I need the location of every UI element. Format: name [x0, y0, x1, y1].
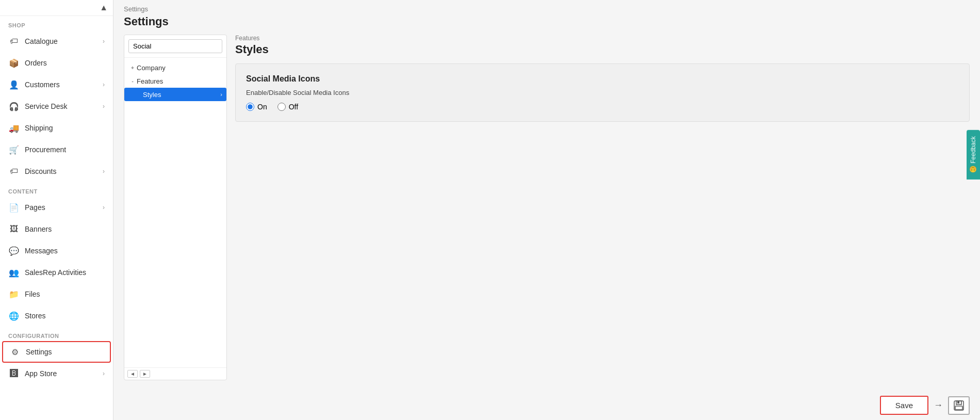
shop-section-label: SHOP [0, 16, 113, 30]
salesrep-icon: 👥 [8, 267, 20, 278]
sidebar-item-label: Shipping [25, 124, 53, 132]
chevron-icon: › [103, 168, 105, 175]
sidebar-item-label: Banners [25, 225, 52, 233]
tree-hscroll: ◄ ► [124, 368, 226, 380]
feedback-emoji-icon: 😊 [970, 166, 977, 173]
tree-toggle-features[interactable]: - [128, 77, 137, 85]
save-icon-button[interactable] [948, 396, 970, 415]
tree-item-label-company: Company [137, 64, 222, 72]
chevron-icon: › [103, 38, 105, 45]
sidebar-item-label: Customers [25, 80, 60, 89]
radio-on-label[interactable]: On [246, 103, 267, 111]
radio-off-text: Off [289, 103, 298, 111]
tree-scroll-right[interactable]: ► [140, 370, 150, 378]
procurement-icon: 🛒 [8, 144, 20, 155]
social-media-icons-card: Social Media Icons Enable/Disable Social… [235, 63, 970, 122]
content-section-label: CONTENT [0, 182, 113, 197]
configuration-section-label: CONFIGURATION [0, 327, 113, 341]
tree-item-styles[interactable]: Styles › [124, 88, 226, 101]
card-subtitle: Enable/Disable Social Media Icons [246, 89, 959, 96]
right-panel: Features Styles Social Media Icons Enabl… [235, 35, 970, 380]
arrow-right-icon: → [934, 400, 943, 411]
banners-icon: 🖼 [8, 223, 20, 235]
sidebar-item-label: Orders [25, 59, 47, 67]
feedback-tab[interactable]: 😊 Feedback [967, 130, 980, 180]
collapse-arrow-icon[interactable]: ▲ [100, 3, 108, 12]
app-store-icon: 🅱 [8, 368, 20, 379]
section-label: Features [235, 35, 970, 42]
tree-item-label-styles: Styles [143, 91, 220, 99]
radio-on-input[interactable] [246, 103, 254, 111]
footer-bar: Save → [113, 391, 980, 420]
sidebar-item-messages[interactable]: 💬 Messages [0, 240, 113, 262]
discounts-icon: 🏷 [8, 166, 20, 177]
pages-icon: 📄 [8, 202, 20, 213]
svg-rect-3 [957, 401, 959, 403]
save-button[interactable]: Save [880, 396, 928, 415]
sidebar-item-label: Discounts [25, 167, 56, 175]
tree-scroll-left[interactable]: ◄ [127, 370, 138, 378]
sidebar-item-stores[interactable]: 🌐 Stores [0, 305, 113, 327]
sidebar-item-salesrep[interactable]: 👥 SalesRep Activities [0, 262, 113, 283]
sidebar-item-customers[interactable]: 👤 Customers › [0, 74, 113, 95]
sidebar-item-app-store[interactable]: 🅱 App Store › [0, 363, 113, 384]
tree-body: + Company - Features Styles › [124, 58, 226, 367]
breadcrumb: Settings [113, 0, 980, 13]
tree-search-area: Social [124, 35, 226, 58]
files-icon: 📁 [8, 288, 20, 300]
sidebar-item-service-desk[interactable]: 🎧 Service Desk › [0, 95, 113, 117]
chevron-icon: › [103, 81, 105, 88]
sidebar-item-label: Files [25, 290, 40, 298]
catalogue-icon: 🏷 [8, 36, 20, 47]
tree-toggle-styles [135, 90, 143, 99]
tree-item-expand-icon: › [220, 91, 222, 98]
sidebar-collapse-btn[interactable]: ▲ [0, 0, 113, 16]
chevron-icon: › [103, 103, 105, 110]
radio-on-text: On [257, 103, 267, 111]
sidebar-item-label: Stores [25, 312, 45, 320]
chevron-icon: › [103, 370, 105, 377]
sidebar-item-catalogue[interactable]: 🏷 Catalogue › [0, 30, 113, 52]
sidebar-item-shipping[interactable]: 🚚 Shipping [0, 117, 113, 139]
breadcrumb-parent-link[interactable]: Settings [124, 5, 148, 13]
sidebar-item-procurement[interactable]: 🛒 Procurement [0, 139, 113, 160]
sidebar-item-pages[interactable]: 📄 Pages › [0, 197, 113, 218]
floppy-disk-icon [953, 400, 965, 411]
service-desk-icon: 🎧 [8, 101, 20, 112]
sidebar-item-label: App Store [25, 369, 57, 378]
tree-toggle-company[interactable]: + [128, 63, 137, 72]
sidebar-item-label: Service Desk [25, 102, 67, 110]
sidebar-item-label: Pages [25, 203, 45, 212]
messages-icon: 💬 [8, 245, 20, 256]
card-title: Social Media Icons [246, 74, 959, 84]
orders-icon: 📦 [8, 57, 20, 69]
shipping-icon: 🚚 [8, 122, 20, 134]
sidebar-item-label: Procurement [25, 146, 66, 154]
radio-group: On Off [246, 103, 959, 111]
sidebar-item-label: SalesRep Activities [25, 268, 86, 277]
sidebar-item-discounts[interactable]: 🏷 Discounts › [0, 160, 113, 182]
stores-icon: 🌐 [8, 310, 20, 321]
feedback-label: Feedback [970, 136, 977, 164]
customers-icon: 👤 [8, 79, 20, 90]
radio-off-label[interactable]: Off [277, 103, 298, 111]
radio-off-input[interactable] [277, 103, 286, 111]
sidebar-item-label: Catalogue [25, 37, 58, 45]
tree-search-input[interactable]: Social [128, 39, 222, 53]
tree-item-company[interactable]: + Company [124, 61, 226, 74]
sidebar-item-settings[interactable]: ⚙ Settings [2, 341, 111, 363]
tree-panel: Social + Company - Features Styles › [124, 35, 227, 380]
content-wrapper: Social + Company - Features Styles › [113, 35, 980, 391]
chevron-icon: › [103, 204, 105, 211]
sidebar: ▲ SHOP 🏷 Catalogue › 📦 Orders 👤 Customer… [0, 0, 113, 420]
main-content: Settings Settings Social + Company - Fea… [113, 0, 980, 420]
sidebar-item-orders[interactable]: 📦 Orders [0, 52, 113, 74]
tree-item-features[interactable]: - Features [124, 74, 226, 88]
page-title: Settings [113, 13, 980, 35]
tree-item-label-features: Features [137, 77, 222, 85]
sidebar-item-label: Settings [26, 348, 52, 356]
tree-scrollbar: ◄ ► [124, 367, 226, 380]
sidebar-item-files[interactable]: 📁 Files [0, 283, 113, 305]
sidebar-item-banners[interactable]: 🖼 Banners [0, 218, 113, 240]
svg-rect-2 [955, 406, 962, 410]
